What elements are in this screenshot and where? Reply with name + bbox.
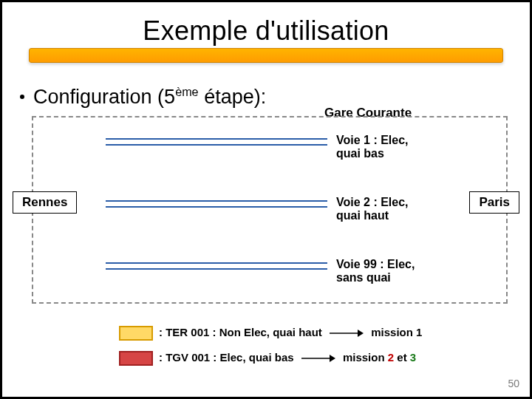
- slide-frame: Exemple d'utilisation Configuration (5èm…: [0, 0, 532, 399]
- track-2-label: Voie 2 : Elec,quai haut: [336, 196, 409, 223]
- track-line-icon: [106, 138, 327, 146]
- bullet-config: Configuration (5ème étape):: [20, 85, 266, 109]
- swatch-ter-icon: [119, 326, 153, 341]
- svg-marker-3: [330, 355, 335, 362]
- legend-1-text: : TER 001 : Non Elec, quai haut: [159, 326, 322, 338]
- title-block: Exemple d'utilisation: [29, 16, 503, 63]
- legend-2-mission-3: 3: [410, 351, 416, 364]
- page-number: 50: [508, 378, 519, 389]
- legend-2-mission-mid: et: [394, 351, 410, 364]
- track-1-label: Voie 1 : Elec,quai bas: [336, 134, 409, 161]
- bullet-text-suffix: étape):: [199, 86, 267, 108]
- bullet-dot-icon: [20, 95, 24, 99]
- bullet-superscript: ème: [175, 85, 199, 98]
- city-right-box: Paris: [469, 191, 519, 214]
- legend-row-1: : TER 001 : Non Elec, quai haut mission …: [119, 326, 422, 341]
- city-left-box: Rennes: [13, 191, 77, 214]
- legend-row-2: : TGV 001 : Elec, quai bas mission 2 et …: [119, 351, 416, 366]
- track-1: [106, 138, 327, 146]
- title-underline-bar: [29, 48, 503, 63]
- arrow-right-icon: [330, 329, 364, 338]
- track-line-icon: [106, 200, 327, 208]
- track-2: [106, 200, 327, 208]
- legend-1-mission: mission 1: [371, 326, 422, 338]
- swatch-tgv-icon: [119, 351, 153, 366]
- track-line-icon: [106, 262, 327, 270]
- arrow-right-icon: [301, 354, 335, 363]
- legend-2-mission-2: 2: [388, 351, 394, 364]
- track-99-label: Voie 99 : Elec,sans quai: [336, 258, 415, 285]
- legend-2-text: : TGV 001 : Elec, quai bas: [159, 351, 294, 364]
- track-99: [106, 262, 327, 270]
- slide-title: Exemple d'utilisation: [29, 16, 503, 47]
- city-left-label: Rennes: [22, 195, 67, 209]
- city-right-label: Paris: [479, 195, 510, 209]
- legend-2-mission-prefix: mission: [343, 351, 388, 364]
- bullet-text-prefix: Configuration (5: [33, 86, 175, 108]
- svg-marker-1: [358, 330, 364, 337]
